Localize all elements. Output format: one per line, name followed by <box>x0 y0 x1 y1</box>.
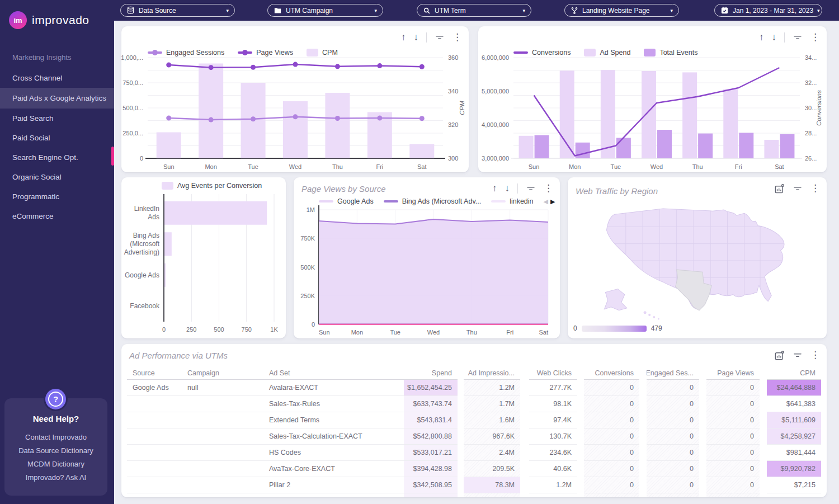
svg-text:320: 320 <box>448 121 458 128</box>
column-header-page_views[interactable]: Page Views <box>706 366 760 380</box>
filter-label: Jan 1, 2023 - Mar 31, 2023 <box>733 7 813 15</box>
filter-data-source[interactable]: Data Source▾ <box>120 4 235 17</box>
table-row[interactable]: Google AdsnullAvalara-EXACT$1,652,454.25… <box>121 380 827 396</box>
help-link-improvado-ask-ai[interactable]: Improvado? Ask AI <box>0 473 112 482</box>
legend-item-google-ads[interactable]: Google Ads <box>319 197 374 205</box>
card-engaged-pageviews-cpm: ↑ ↓ ⋮ Engaged SessionsPage ViewsCPM 1,00… <box>121 26 469 172</box>
svg-text:Sat: Sat <box>539 329 548 336</box>
column-header-web_clicks[interactable]: Web Clicks <box>529 366 577 380</box>
cell-web_clicks: 234.6K <box>529 445 577 461</box>
sidebar-item-paid-search[interactable]: Paid Search <box>0 109 114 128</box>
sort-descending-icon[interactable]: ↓ <box>414 32 419 43</box>
filter-icon[interactable] <box>793 351 803 360</box>
cell-source <box>127 445 182 461</box>
svg-text:Conversions: Conversions <box>816 90 822 126</box>
sidebar-item-cross-channel[interactable]: Cross Channel <box>0 68 114 88</box>
card5-icons: ⋮ <box>774 183 820 194</box>
legend-item-bing-ads-microsoft-adv-[interactable]: Bing Ads (Microsoft Adv... <box>384 197 482 205</box>
cell-impressions: 967.6K <box>464 428 520 445</box>
cell-impressions: 1.7M <box>464 396 520 412</box>
sidebar-item-organic-social[interactable]: Organic Social <box>0 167 114 187</box>
chevron-down-icon: ▾ <box>817 8 820 13</box>
legend-item-page-views[interactable]: Page Views <box>238 49 293 56</box>
sort-ascending-icon[interactable]: ↑ <box>759 32 764 43</box>
help-links: Contact ImprovadoData Source DictionaryM… <box>0 433 112 482</box>
sidebar: im improvado Marketing Insights Cross Ch… <box>0 0 114 504</box>
cell-page_views: 0 <box>706 461 760 477</box>
filter-utm-campaign[interactable]: UTM Campaign▾ <box>267 4 383 17</box>
table-row[interactable]: HS Codes$533,017.212.4M234.6K000$981,444 <box>121 445 827 461</box>
chart1-legend: Engaged SessionsPage ViewsCPM <box>148 49 338 56</box>
us-map[interactable] <box>589 203 807 322</box>
svg-text:Fri: Fri <box>376 163 383 170</box>
sort-descending-icon[interactable]: ↓ <box>505 183 510 194</box>
legend-item-total-events[interactable]: Total Events <box>644 49 697 56</box>
kebab-menu-icon[interactable]: ⋮ <box>544 183 553 194</box>
kebab-menu-icon[interactable]: ⋮ <box>810 350 820 361</box>
legend-item-conversions[interactable]: Conversions <box>513 49 571 56</box>
filter-landing-website-page[interactable]: Landing Website Page▾ <box>564 4 679 17</box>
improvado-logo[interactable]: im improvado <box>9 11 89 29</box>
legend-prev-icon[interactable]: ◀ <box>544 198 548 205</box>
sidebar-item-paid-social[interactable]: Paid Social <box>0 128 114 148</box>
column-header-engaged[interactable]: Engaged Ses... <box>647 366 699 380</box>
filter-label: UTM Campaign <box>286 7 333 15</box>
sidebar-item-search-engine-opt-[interactable]: Search Engine Opt. <box>0 148 114 167</box>
column-header-impressions[interactable]: Ad Impressio... <box>464 366 520 380</box>
cell-web_clicks: 277.7K <box>529 380 577 396</box>
column-header-spend[interactable]: Spend <box>404 366 458 380</box>
help-link-data-source-dictionary[interactable]: Data Source Dictionary <box>0 446 112 455</box>
table-row[interactable]: Sales-Tax-Rules$633,743.741.7M98.1K000$6… <box>121 396 827 412</box>
cell-engaged: 0 <box>647 396 699 412</box>
filter-utm-term[interactable]: UTM Term▾ <box>417 4 531 17</box>
table-row[interactable]: Sales-Tax-Calculation-EXACT$542,800.8896… <box>121 428 827 445</box>
column-header-conversions[interactable]: Conversions <box>584 366 639 380</box>
sidebar-scrollbar[interactable] <box>111 147 114 166</box>
filter-icon[interactable] <box>793 33 803 42</box>
column-header-ad_set[interactable]: Ad Set <box>263 366 404 380</box>
sidebar-item-programmatic[interactable]: Programmatic <box>0 187 114 206</box>
kebab-menu-icon[interactable]: ⋮ <box>810 183 820 194</box>
legend-item-ad-spend[interactable]: Ad Spend <box>584 49 630 56</box>
legend-item-engaged-sessions[interactable]: Engaged Sessions <box>148 49 224 56</box>
cell-ad_set: AvaTax-Core-EXACT <box>263 461 404 477</box>
legend-item-cpm[interactable]: CPM <box>307 49 338 56</box>
sort-descending-icon[interactable]: ↓ <box>772 32 777 43</box>
help-question-icon[interactable]: ? <box>45 389 66 409</box>
column-header-campaign[interactable]: Campaign <box>182 366 263 380</box>
chart-settings-icon[interactable] <box>774 350 785 361</box>
chart2-legend: ConversionsAd SpendTotal Events <box>513 49 698 56</box>
colorbar-gradient <box>582 326 647 332</box>
cell-conversions: 0 <box>584 396 639 412</box>
svg-text:Wed: Wed <box>651 163 663 170</box>
column-header-source[interactable]: Source <box>127 366 182 380</box>
cell-web_clicks: 40.6K <box>529 461 577 477</box>
chart4-title: Page Views by Source <box>301 184 386 194</box>
filter-icon[interactable] <box>435 33 445 42</box>
sort-ascending-icon[interactable]: ↑ <box>492 183 497 194</box>
table-row[interactable]: Extended Terms$543,831.41.6M97.4K000$5,1… <box>121 412 827 428</box>
chart-settings-icon[interactable] <box>774 183 785 194</box>
column-header-cpm[interactable]: CPM <box>767 366 821 380</box>
help-link-contact-improvado[interactable]: Contact Improvado <box>0 433 112 441</box>
table-row[interactable]: AvaTax-Core-EXACT$394,428.98209.5K40.6K0… <box>121 461 827 477</box>
sort-ascending-icon[interactable]: ↑ <box>401 32 406 43</box>
sidebar-item-paid-ads-x-google-analytics[interactable]: Paid Ads x Google Analytics <box>0 88 114 109</box>
table-row[interactable]: Pillar 2$342,508.9578.3M1.2M000$7,215 <box>121 477 827 493</box>
filter-icon[interactable] <box>526 184 536 193</box>
filter-icon[interactable] <box>793 184 803 193</box>
svg-text:750,0...: 750,0... <box>122 79 143 86</box>
kebab-menu-icon[interactable]: ⋮ <box>810 32 820 43</box>
legend-item-avg-events-per-conversion[interactable]: Avg Events per Conversion <box>162 182 262 190</box>
svg-text:CPM: CPM <box>459 101 465 115</box>
help-link-mcdm-dictionary[interactable]: MCDM Dictionary <box>0 460 112 468</box>
legend-next-icon[interactable]: ▶ <box>550 198 555 205</box>
kebab-menu-icon[interactable]: ⋮ <box>453 32 462 43</box>
cell-ad_set: HS Codes <box>263 445 404 461</box>
svg-text:34...: 34... <box>805 54 817 61</box>
filter-jan-1-2023-mar-31-2023[interactable]: Jan 1, 2023 - Mar 31, 2023▾ <box>714 4 822 17</box>
app: Data Source▾UTM Campaign▾UTM Term▾Landin… <box>0 0 839 504</box>
legend-item-linkedin[interactable]: linkedin <box>491 197 533 205</box>
sidebar-item-ecommerce[interactable]: eCommerce <box>0 206 114 226</box>
legend-swatch <box>162 182 173 190</box>
